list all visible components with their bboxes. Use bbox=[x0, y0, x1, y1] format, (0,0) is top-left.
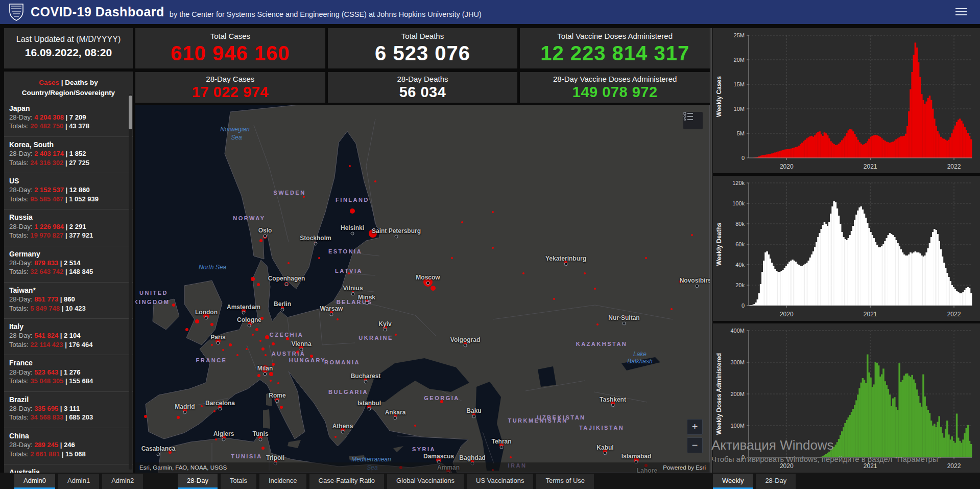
svg-text:2021: 2021 bbox=[864, 311, 877, 318]
tab-incidence[interactable]: Incidence bbox=[259, 474, 306, 489]
city-marker-icon bbox=[364, 380, 368, 384]
bottom-tab-bar: Admin0Admin1Admin2 28-DayTotalsIncidence… bbox=[0, 473, 980, 489]
svg-text:20M: 20M bbox=[734, 57, 745, 63]
country-totals-line: Totals: 5 849 748 | 10 423 bbox=[9, 304, 128, 313]
last-updated-panel: Last Updated at (M/D/YYYY) 16.09.2022, 0… bbox=[4, 28, 133, 68]
country-row[interactable]: Germany 28-Day: 879 833 | 2 514 Totals: … bbox=[4, 246, 133, 280]
stat-card: Total Vaccine Doses Administered 12 223 … bbox=[520, 28, 710, 68]
map-attribution: Esri, Garmin, FAO, NOAA, USGS bbox=[139, 464, 227, 471]
svg-text:10M: 10M bbox=[734, 106, 745, 112]
tab-28-day[interactable]: 28-Day bbox=[178, 474, 218, 489]
country-row[interactable]: US 28-Day: 2 152 537 | 12 860 Totals: 95… bbox=[4, 173, 133, 207]
country-name: Russia bbox=[9, 213, 128, 222]
country-row[interactable]: Brazil 28-Day: 335 695 | 3 111 Totals: 3… bbox=[4, 391, 133, 426]
country-28day-line: 28-Day: 2 403 174 | 1 852 bbox=[9, 149, 128, 158]
country-row[interactable]: China 28-Day: 289 245 | 246 Totals: 2 66… bbox=[4, 428, 133, 462]
stat-card: Total Deaths 6 523 076 bbox=[328, 28, 518, 68]
28day-stat-row: 28-Day Cases 17 022 974 28-Day Deaths 56… bbox=[135, 72, 710, 103]
tab-admin1[interactable]: Admin1 bbox=[58, 474, 99, 489]
city-marker-icon bbox=[341, 430, 345, 434]
totals-stat-row: Total Cases 610 946 160 Total Deaths 6 5… bbox=[135, 28, 710, 68]
svg-text:40k: 40k bbox=[735, 262, 745, 268]
country-name: Korea, South bbox=[9, 140, 128, 149]
tab-global-vaccinations[interactable]: Global Vaccinations bbox=[387, 474, 464, 489]
city-marker-icon bbox=[604, 452, 607, 455]
svg-text:2020: 2020 bbox=[780, 163, 794, 170]
country-row[interactable]: France 28-Day: 523 643 | 1 276 Totals: 3… bbox=[4, 355, 133, 389]
city-marker-icon bbox=[248, 324, 251, 328]
stat-label: Total Vaccine Doses Administered bbox=[520, 32, 710, 40]
weekly-deaths-chart[interactable]: 020k40k60k80k100k120k202020212022Weekly … bbox=[713, 176, 980, 321]
country-row[interactable]: Italy 28-Day: 541 824 | 2 104 Totals: 22… bbox=[4, 318, 133, 353]
stat-value: 610 946 160 bbox=[135, 42, 325, 65]
last-updated-value: 16.09.2022, 08:20 bbox=[4, 46, 133, 59]
svg-text:Weekly Cases: Weekly Cases bbox=[715, 76, 723, 117]
city-marker-icon bbox=[351, 232, 354, 236]
map-zoom-in-button[interactable]: + bbox=[687, 419, 703, 435]
hamburger-menu-icon[interactable] bbox=[955, 8, 967, 15]
city-marker-icon bbox=[217, 341, 220, 345]
country-row[interactable]: Australia 28-Day: 259 987 | 1 305 bbox=[4, 464, 133, 473]
stat-card: 28-Day Cases 17 022 974 bbox=[135, 72, 325, 103]
svg-text:15M: 15M bbox=[734, 81, 745, 87]
city-marker-icon bbox=[472, 415, 476, 418]
weekly-cases-chart[interactable]: 05M10M15M20M25M202020212022Weekly Cases bbox=[713, 28, 980, 173]
tab-totals[interactable]: Totals bbox=[221, 474, 256, 489]
city-marker-icon bbox=[611, 404, 615, 407]
svg-text:300M: 300M bbox=[730, 359, 745, 365]
page-subtitle: by the Center for Systems Science and En… bbox=[170, 6, 482, 18]
city-marker-icon bbox=[157, 453, 160, 456]
city-marker-icon bbox=[219, 407, 222, 411]
tab-us-vaccinations[interactable]: US Vaccinations bbox=[467, 474, 533, 489]
country-list-scrollbar[interactable] bbox=[129, 94, 132, 470]
country-row[interactable]: Taiwan* 28-Day: 851 773 | 860 Totals: 5 … bbox=[4, 282, 133, 316]
map-legend-button[interactable] bbox=[683, 112, 703, 129]
scrollbar-thumb[interactable] bbox=[129, 96, 132, 129]
city-marker-icon bbox=[365, 301, 369, 305]
country-name: Japan bbox=[9, 104, 128, 113]
stat-value: 12 223 814 317 bbox=[520, 42, 710, 65]
city-marker-icon bbox=[183, 411, 187, 414]
country-name: Taiwan* bbox=[9, 286, 128, 295]
city-marker-icon bbox=[205, 316, 208, 320]
stat-value: 17 022 974 bbox=[135, 84, 325, 101]
city-marker-icon bbox=[285, 283, 289, 286]
stat-card: Total Cases 610 946 160 bbox=[135, 28, 325, 68]
tab-28-day[interactable]: 28-Day bbox=[756, 474, 796, 489]
city-marker-icon bbox=[394, 416, 397, 420]
world-map[interactable]: NorwegianSeaNorth SeaMediterraneanSeaLak… bbox=[135, 105, 710, 473]
stat-value: 149 078 972 bbox=[520, 84, 710, 101]
metric-tab-group: 28-DayTotalsIncidenceCase-Fatality Ratio… bbox=[178, 474, 594, 489]
city-marker-icon bbox=[300, 348, 303, 352]
deaths-by-label: | Deaths by bbox=[61, 79, 98, 86]
country-row[interactable]: Japan 28-Day: 4 204 308 | 7 209 Totals: … bbox=[4, 101, 133, 134]
city-marker-icon bbox=[500, 446, 504, 449]
tab-case-fatality-ratio[interactable]: Case-Fatality Ratio bbox=[309, 474, 385, 489]
country-28day-line: 28-Day: 4 204 308 | 7 209 bbox=[9, 113, 128, 122]
svg-text:2022: 2022 bbox=[947, 163, 961, 170]
tab-terms-of-use[interactable]: Terms of Use bbox=[536, 474, 594, 489]
stat-label: Total Deaths bbox=[328, 32, 518, 40]
city-marker-icon bbox=[259, 438, 262, 441]
svg-text:2020: 2020 bbox=[780, 311, 794, 318]
city-marker-icon bbox=[276, 400, 279, 403]
map-zoom-out-button[interactable]: − bbox=[687, 437, 703, 453]
city-marker-icon bbox=[426, 282, 430, 285]
powered-by-esri[interactable]: Powered by Esri bbox=[663, 464, 706, 471]
svg-text:2022: 2022 bbox=[947, 462, 961, 470]
tab-weekly[interactable]: Weekly bbox=[713, 474, 753, 489]
cases-toggle[interactable]: Cases bbox=[39, 79, 59, 86]
city-marker-icon bbox=[222, 438, 226, 441]
svg-text:100k: 100k bbox=[732, 200, 745, 206]
city-marker-icon bbox=[696, 285, 699, 288]
tab-admin2[interactable]: Admin2 bbox=[102, 474, 143, 489]
country-row[interactable]: Russia 28-Day: 1 226 984 | 2 291 Totals:… bbox=[4, 209, 133, 243]
map-canvas[interactable] bbox=[135, 105, 710, 473]
jhu-shield-logo bbox=[8, 3, 25, 21]
stat-label: 28-Day Cases bbox=[135, 75, 325, 83]
country-region-label: Country/Region/Sovereignty bbox=[4, 88, 133, 98]
minus-icon: − bbox=[692, 439, 698, 451]
tab-admin0[interactable]: Admin0 bbox=[14, 474, 55, 489]
stat-card: 28-Day Deaths 56 034 bbox=[328, 72, 518, 103]
country-row[interactable]: Korea, South 28-Day: 2 403 174 | 1 852 T… bbox=[4, 136, 133, 171]
